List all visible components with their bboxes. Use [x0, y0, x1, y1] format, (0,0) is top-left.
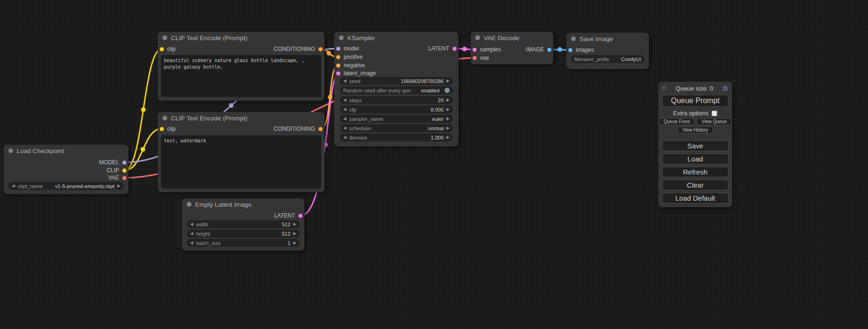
- input-port-vae[interactable]: vae: [473, 55, 489, 61]
- node-title-bar[interactable]: Load Checkpoint: [4, 145, 128, 157]
- widget-batch-size[interactable]: ◀ batch_size 1 ▶: [187, 239, 300, 247]
- queue-prompt-button[interactable]: Queue Prompt: [662, 95, 728, 107]
- node-load-checkpoint[interactable]: Load Checkpoint MODEL CLIP VAE ◀ ckpt_na…: [4, 145, 128, 194]
- drag-handle-icon[interactable]: ⠿: [662, 85, 667, 91]
- model-port-dot[interactable]: [336, 47, 340, 51]
- input-port-positive[interactable]: positive: [336, 54, 363, 60]
- prompt-textarea[interactable]: text, watermark: [161, 135, 321, 189]
- clip-port-dot[interactable]: [160, 127, 164, 131]
- output-port-conditioning[interactable]: CONDITIONING: [274, 46, 323, 52]
- conditioning-port-dot[interactable]: [336, 55, 340, 59]
- increment-arrow-icon[interactable]: ▶: [446, 117, 450, 121]
- clip-port-dot[interactable]: [160, 47, 164, 51]
- decrement-arrow-icon[interactable]: ◀: [343, 126, 346, 130]
- output-port-latent[interactable]: LATENT: [274, 212, 303, 219]
- image-port-dot[interactable]: [568, 48, 572, 52]
- widget-ckpt-name[interactable]: ◀ ckpt_name v1-5-pruned-emaonly.ckpt ▶: [8, 182, 124, 190]
- clear-button[interactable]: Clear: [662, 180, 728, 190]
- queue-menu-panel[interactable]: ⠿ Queue size: 0 ⚙ Queue Prompt Extra opt…: [658, 82, 732, 207]
- output-port-conditioning[interactable]: CONDITIONING: [274, 126, 323, 132]
- vae-port-dot[interactable]: [473, 56, 477, 60]
- widget-filename-prefix[interactable]: filename_prefix ComfyUI: [571, 55, 644, 63]
- node-clip-text-encode-positive[interactable]: CLIP Text Encode (Prompt) clip CONDITION…: [158, 32, 325, 101]
- widget-random-seed-toggle[interactable]: Random seed after every gen enabled: [340, 86, 453, 94]
- node-title-bar[interactable]: Save Image: [566, 33, 649, 45]
- link-midpoint-dot[interactable]: [141, 147, 145, 152]
- model-port-dot[interactable]: [122, 161, 127, 165]
- decrement-arrow-icon[interactable]: ◀: [190, 241, 193, 245]
- node-collapse-dot[interactable]: [162, 116, 167, 120]
- output-port-image[interactable]: IMAGE: [526, 46, 551, 53]
- input-port-clip[interactable]: clip: [160, 126, 176, 132]
- node-collapse-dot[interactable]: [571, 36, 576, 41]
- node-title-bar[interactable]: CLIP Text Encode (Prompt): [158, 32, 325, 44]
- load-default-button[interactable]: Load Default: [662, 193, 728, 203]
- decrement-arrow-icon[interactable]: ◀: [190, 222, 193, 226]
- widget-scheduler[interactable]: ◀ scheduler normal ▶: [340, 124, 453, 132]
- input-port-samples[interactable]: samples: [473, 46, 501, 53]
- link-midpoint-dot[interactable]: [557, 47, 562, 52]
- settings-gear-icon[interactable]: ⚙: [722, 85, 728, 92]
- vae-port-dot[interactable]: [122, 176, 127, 180]
- latent-port-dot[interactable]: [452, 47, 457, 51]
- decrement-arrow-icon[interactable]: ◀: [343, 135, 346, 140]
- node-save-image[interactable]: Save Image images filename_prefix ComfyU…: [566, 33, 649, 69]
- widget-sampler-name[interactable]: ◀ sampler_name euler ▶: [340, 115, 453, 123]
- prompt-textarea[interactable]: beautiful scenery nature glass bottle la…: [161, 55, 321, 97]
- link-midpoint-dot[interactable]: [328, 95, 332, 99]
- output-port-clip[interactable]: CLIP: [106, 167, 127, 174]
- increment-arrow-icon[interactable]: ▶: [446, 79, 450, 83]
- widget-denoise[interactable]: ◀ denoise 1.000 ▶: [340, 133, 453, 141]
- increment-arrow-icon[interactable]: ▶: [446, 126, 450, 130]
- node-collapse-dot[interactable]: [162, 35, 167, 40]
- node-collapse-dot[interactable]: [187, 202, 191, 207]
- refresh-button[interactable]: Refresh: [662, 167, 728, 177]
- increment-arrow-icon[interactable]: ▶: [117, 184, 120, 188]
- queue-front-button[interactable]: Queue Front: [659, 118, 694, 125]
- view-history-button[interactable]: View History: [677, 126, 713, 133]
- conditioning-port-dot[interactable]: [336, 63, 340, 68]
- conditioning-port-dot[interactable]: [318, 47, 323, 51]
- decrement-arrow-icon[interactable]: ◀: [12, 184, 15, 188]
- output-port-latent[interactable]: LATENT: [428, 45, 457, 52]
- widget-seed[interactable]: ◀ seed 156680208700286 ▶: [340, 77, 453, 85]
- conditioning-port-dot[interactable]: [318, 127, 323, 131]
- load-button[interactable]: Load: [662, 154, 728, 164]
- input-port-clip[interactable]: clip: [160, 46, 176, 52]
- link-midpoint-dot[interactable]: [462, 47, 467, 51]
- node-collapse-dot[interactable]: [339, 35, 344, 40]
- latent-port-dot[interactable]: [336, 71, 340, 76]
- node-ksampler[interactable]: KSampler model positive negative latent_…: [334, 32, 459, 147]
- decrement-arrow-icon[interactable]: ◀: [343, 107, 346, 112]
- clip-port-dot[interactable]: [122, 168, 127, 173]
- node-title-bar[interactable]: KSampler: [334, 32, 459, 44]
- graph-canvas[interactable]: Load Checkpoint MODEL CLIP VAE ◀ ckpt_na…: [0, 0, 868, 329]
- increment-arrow-icon[interactable]: ▶: [293, 231, 296, 236]
- node-vae-decode[interactable]: VAE Decode samples vae IMAGE: [471, 32, 553, 64]
- link-midpoint-dot[interactable]: [141, 107, 146, 112]
- increment-arrow-icon[interactable]: ▶: [293, 241, 296, 245]
- output-port-vae[interactable]: VAE: [108, 175, 127, 181]
- widget-width[interactable]: ◀ width 512 ▶: [187, 220, 300, 228]
- input-port-latent-image[interactable]: latent_image: [336, 70, 376, 77]
- view-queue-button[interactable]: View Queue: [697, 118, 731, 125]
- widget-steps[interactable]: ◀ steps 20 ▶: [340, 96, 453, 104]
- decrement-arrow-icon[interactable]: ◀: [343, 79, 346, 83]
- node-collapse-dot[interactable]: [8, 148, 13, 153]
- decrement-arrow-icon[interactable]: ◀: [190, 231, 193, 236]
- latent-port-dot[interactable]: [298, 214, 303, 218]
- input-port-images[interactable]: images: [568, 47, 594, 53]
- node-title-bar[interactable]: Empty Latent Image: [182, 198, 304, 210]
- node-collapse-dot[interactable]: [475, 35, 480, 40]
- output-port-model[interactable]: MODEL: [99, 159, 127, 166]
- link-midpoint-dot[interactable]: [326, 51, 331, 56]
- increment-arrow-icon[interactable]: ▶: [446, 98, 450, 102]
- input-port-model[interactable]: model: [336, 45, 359, 52]
- increment-arrow-icon[interactable]: ▶: [446, 135, 450, 140]
- decrement-arrow-icon[interactable]: ◀: [343, 117, 346, 121]
- latent-port-dot[interactable]: [473, 48, 477, 52]
- node-clip-text-encode-negative[interactable]: CLIP Text Encode (Prompt) clip CONDITION…: [158, 112, 325, 192]
- link-midpoint-dot[interactable]: [229, 103, 233, 108]
- increment-arrow-icon[interactable]: ▶: [446, 107, 450, 112]
- toggle-indicator-dot[interactable]: [445, 88, 450, 93]
